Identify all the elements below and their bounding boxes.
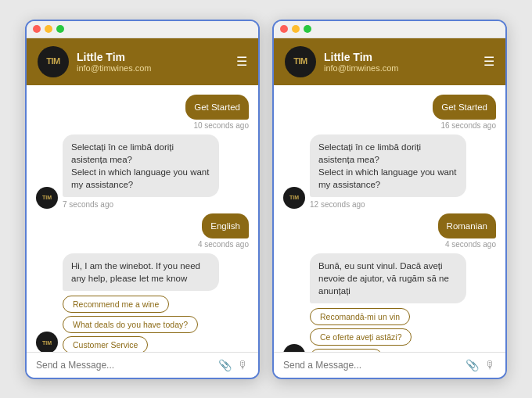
- left-ts-3: 4 seconds ago: [198, 240, 249, 249]
- left-chat-header: TIM Little Tim info@timwines.com ☰: [27, 38, 258, 85]
- right-chat-header: TIM Little Tim info@timwines.com ☰: [274, 38, 505, 85]
- right-maximize-dot[interactable]: [304, 25, 311, 33]
- right-msg-3: Romanian 4 seconds ago: [283, 213, 496, 249]
- right-header-name: Little Tim: [324, 51, 476, 63]
- right-chat-window: TIM Little Tim info@timwines.com ☰ Get S…: [272, 20, 507, 379]
- right-chat-footer: 📎 🎙: [274, 352, 505, 378]
- left-msg-2-row: TIM Selectați în ce limbă doriți asisten…: [36, 134, 249, 209]
- right-ts-3: 4 seconds ago: [445, 240, 496, 249]
- left-titlebar: [27, 21, 258, 38]
- left-msg-2-avatar: TIM: [36, 187, 58, 209]
- right-mic-icon[interactable]: 🎙: [485, 359, 496, 371]
- left-ts-1: 10 seconds ago: [193, 121, 249, 130]
- right-titlebar: [274, 21, 505, 38]
- left-msg-4-row: TIM Hi, I am the winebot. If you need an…: [36, 253, 249, 351]
- right-qr-1[interactable]: Recomandă-mi un vin: [310, 308, 410, 325]
- left-message-input[interactable]: [36, 360, 212, 371]
- right-minimize-dot[interactable]: [292, 25, 300, 33]
- right-msg-2-content: Selectați în ce limbă doriți asistența m…: [310, 134, 466, 209]
- right-attach-icon[interactable]: 📎: [466, 359, 479, 371]
- left-qr-1[interactable]: Recommend me a wine: [63, 296, 169, 313]
- app-container: TIM Little Tim info@timwines.com ☰ Get S…: [9, 4, 523, 395]
- right-avatar-text: TIM: [293, 57, 307, 66]
- right-msg-4-row: TIM Bună, eu sunt vinul. Dacă aveți nevo…: [283, 253, 496, 351]
- right-msg-4-avatar: TIM: [283, 344, 305, 351]
- left-bubble-2: Selectați în ce limbă doriți asistența m…: [63, 134, 219, 197]
- left-bubble-4: Hi, I am the winebot. If you need any he…: [63, 253, 219, 291]
- right-message-input[interactable]: [283, 360, 459, 371]
- left-qr-3[interactable]: Customer Service: [63, 336, 148, 351]
- left-close-dot[interactable]: [33, 25, 41, 33]
- left-bubble-3: English: [202, 213, 249, 238]
- left-header-info: Little Tim info@timwines.com: [77, 51, 228, 73]
- left-msg-2-content: Selectați în ce limbă doriți asistența m…: [63, 134, 219, 209]
- right-close-dot[interactable]: [280, 25, 288, 33]
- left-ts-2: 7 seconds ago: [63, 200, 219, 209]
- left-chat-window: TIM Little Tim info@timwines.com ☰ Get S…: [25, 20, 260, 379]
- right-ts-2: 12 seconds ago: [310, 200, 466, 209]
- left-attach-icon[interactable]: 📎: [218, 359, 232, 371]
- right-msg-2-row: TIM Selectați în ce limbă doriți asisten…: [283, 134, 496, 209]
- right-quick-replies: Recomandă-mi un vin Ce oferte aveți astă…: [310, 308, 466, 351]
- left-avatar-text: TIM: [46, 57, 59, 66]
- right-header-info: Little Tim info@timwines.com: [324, 51, 476, 73]
- left-bubble-1: Get Started: [185, 95, 249, 120]
- right-msg-4-content: Bună, eu sunt vinul. Dacă aveți nevoie d…: [310, 253, 466, 351]
- left-msg-4-content: Hi, I am the winebot. If you need any he…: [63, 253, 219, 351]
- left-qr-2[interactable]: What deals do you have today?: [63, 316, 198, 333]
- right-header-email: info@timwines.com: [324, 63, 476, 73]
- right-msg-2-avatar: TIM: [283, 187, 305, 209]
- left-quick-replies: Recommend me a wine What deals do you ha…: [63, 296, 219, 351]
- left-msg-1: Get Started 10 seconds ago: [36, 95, 249, 130]
- left-msg-4-avatar: TIM: [36, 332, 58, 351]
- right-menu-icon[interactable]: ☰: [483, 54, 494, 69]
- left-menu-icon[interactable]: ☰: [236, 54, 247, 69]
- right-ts-1: 16 seconds ago: [440, 121, 496, 130]
- left-msg-3: English 4 seconds ago: [36, 213, 249, 249]
- right-msg-1: Get Started 16 seconds ago: [283, 95, 496, 130]
- right-bubble-4: Bună, eu sunt vinul. Dacă aveți nevoie d…: [310, 253, 466, 303]
- left-chat-body: Get Started 10 seconds ago TIM Selectați…: [27, 85, 258, 352]
- left-mic-icon[interactable]: 🎙: [238, 359, 249, 371]
- left-minimize-dot[interactable]: [45, 25, 52, 33]
- left-header-email: info@timwines.com: [77, 63, 228, 73]
- left-chat-footer: 📎 🎙: [27, 352, 258, 378]
- right-bubble-1: Get Started: [433, 95, 496, 120]
- left-maximize-dot[interactable]: [56, 25, 64, 33]
- right-qr-2[interactable]: Ce oferte aveți astăzi?: [310, 328, 412, 346]
- right-chat-body: Get Started 16 seconds ago TIM Selectați…: [274, 85, 505, 352]
- left-header-avatar: TIM: [38, 46, 69, 77]
- right-bubble-2: Selectați în ce limbă doriți asistența m…: [310, 134, 466, 197]
- right-bubble-3: Romanian: [438, 213, 496, 238]
- left-header-name: Little Tim: [77, 51, 228, 63]
- right-header-avatar: TIM: [285, 46, 316, 77]
